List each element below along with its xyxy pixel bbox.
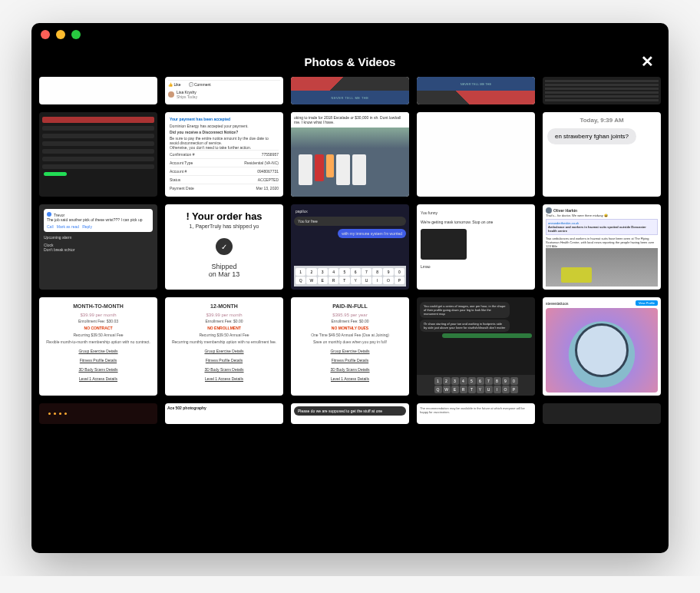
media-thumbnail[interactable]: Oliver Harkin That's... for doctor. We w… [543, 204, 661, 290]
media-thumbnail[interactable]: Please do we are supposed to get the stu… [291, 403, 409, 424]
media-thumbnail[interactable]: PAID-IN-FULL $395.95 per year Enrollment… [291, 297, 409, 396]
avatar [168, 91, 174, 98]
zoom-window-button[interactable] [71, 30, 81, 39]
media-thumbnail[interactable]: Trevor The job said another pick of thes… [39, 204, 157, 290]
media-thumbnail[interactable]: MONTH-TO-MONTH $39.99 per month Enrollme… [39, 297, 157, 396]
modal-title: Photos & Videos [305, 55, 396, 68]
close-window-button[interactable] [41, 30, 50, 39]
media-thumbnail[interactable] [39, 77, 157, 104]
traffic-lights [41, 30, 81, 39]
media-thumbnail[interactable]: Today, 9:39 AM en strawberry fghan joint… [543, 112, 661, 197]
media-thumbnail[interactable]: stevestattoos View Profile [543, 297, 661, 396]
titlebar [31, 23, 669, 46]
keyboard: 1234567890 QWERTYUIOP [417, 375, 535, 396]
media-thumbnail[interactable]: Ace 502 photography [165, 403, 283, 424]
like-icon: 👍 Like [168, 82, 181, 87]
media-thumbnail[interactable]: NEVER TELL ME THE [291, 77, 409, 104]
close-modal-button[interactable]: ✕ [638, 52, 656, 71]
keyboard: 1234567890 QWERTYUIOP [294, 266, 406, 287]
photos-videos-window: Photos & Videos ✕ 👍 Like 💬 Comment Lisa … [31, 23, 669, 553]
media-thumbnail[interactable]: You funny We're getting mask tomorrow. S… [417, 204, 535, 290]
media-thumbnail[interactable] [543, 403, 661, 424]
media-thumbnail[interactable]: ! Your order has 1, PaperTruly has shipp… [165, 204, 283, 290]
media-thumbnail[interactable] [39, 112, 157, 197]
close-icon: ✕ [641, 52, 654, 71]
modal-header: Photos & Videos ✕ [31, 46, 669, 77]
media-thumbnail[interactable]: The recommendation may be available in t… [417, 403, 535, 424]
media-thumbnail[interactable]: oking to trade for 2018 Escalade or $30,… [291, 112, 409, 197]
message-timestamp: Today, 9:39 AM [579, 117, 623, 124]
media-thumbnail[interactable] [543, 77, 661, 104]
media-thumbnail[interactable] [417, 112, 535, 197]
media-thumbnail[interactable]: NEVER TELL ME THE [417, 77, 535, 104]
media-grid-container[interactable]: 👍 Like 💬 Comment Lisa Kryshy Ships Today… [31, 77, 669, 553]
media-thumbnail[interactable]: Your payment has been accepted Dominion … [165, 112, 283, 197]
media-thumbnail[interactable]: 12-MONTH $39.99 per month Enrollment Fee… [165, 297, 283, 396]
media-grid: 👍 Like 💬 Comment Lisa Kryshy Ships Today… [39, 77, 661, 424]
media-thumbnail[interactable]: You could get a series of images, one pe… [417, 297, 535, 396]
minimize-window-button[interactable] [56, 30, 65, 39]
media-thumbnail[interactable] [39, 403, 157, 424]
checkmark-icon: ✓ [216, 238, 233, 255]
message-bubble: en strawberry fghan joints? [547, 128, 636, 144]
media-thumbnail[interactable]: papilux You for free with my immune syst… [291, 204, 409, 290]
view-profile-button: View Profile [636, 300, 658, 306]
comment-icon: 💬 Comment [189, 82, 211, 87]
payment-title: Your payment has been accepted [170, 117, 279, 121]
media-thumbnail[interactable]: 👍 Like 💬 Comment Lisa Kryshy Ships Today [165, 77, 283, 104]
